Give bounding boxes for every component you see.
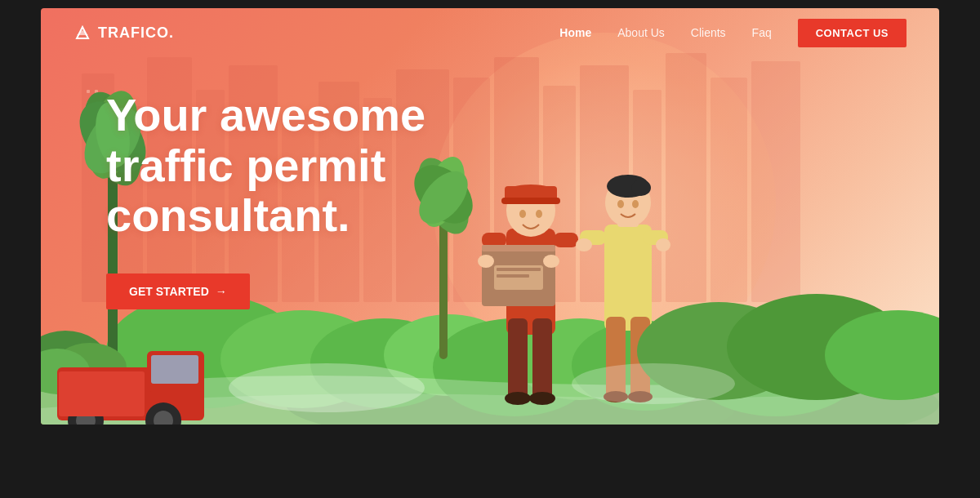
svg-rect-17 xyxy=(87,90,90,93)
svg-point-79 xyxy=(576,238,592,251)
arrow-icon: → xyxy=(216,285,227,298)
svg-point-73 xyxy=(632,200,639,208)
nav-about[interactable]: About Us xyxy=(617,26,665,39)
svg-rect-59 xyxy=(554,233,578,247)
svg-rect-61 xyxy=(482,245,555,251)
contact-button[interactable]: CONTACT US xyxy=(798,19,906,47)
brand-name: TRAFICO. xyxy=(98,24,174,42)
nav-home[interactable]: Home xyxy=(559,26,591,39)
logo-icon xyxy=(74,24,91,42)
svg-rect-89 xyxy=(151,355,198,384)
svg-point-66 xyxy=(543,255,559,268)
navbar: TRAFICO. Home About Us Clients Faq CONTA… xyxy=(41,8,939,57)
nav-links: Home About Us Clients Faq CONTACT US xyxy=(559,19,906,47)
svg-point-85 xyxy=(229,363,425,412)
svg-point-86 xyxy=(572,363,735,404)
svg-point-50 xyxy=(505,392,531,405)
logo-area: TRAFICO. xyxy=(74,24,174,42)
nav-clients[interactable]: Clients xyxy=(691,26,726,39)
hero-content: Your awesome traffic permit consultant. … xyxy=(106,90,482,309)
svg-rect-14 xyxy=(666,53,706,302)
svg-rect-64 xyxy=(497,274,529,278)
nav-faq[interactable]: Faq xyxy=(752,26,772,39)
svg-rect-15 xyxy=(710,78,747,302)
svg-point-57 xyxy=(536,210,542,218)
svg-point-56 xyxy=(519,210,526,218)
svg-rect-55 xyxy=(501,198,560,204)
hero-title: Your awesome traffic permit consultant. xyxy=(106,90,482,241)
svg-rect-48 xyxy=(508,318,528,400)
svg-rect-49 xyxy=(532,318,552,400)
svg-point-81 xyxy=(656,238,670,251)
svg-point-51 xyxy=(529,392,555,405)
get-started-button[interactable]: GET STARTED → xyxy=(106,273,250,309)
svg-rect-94 xyxy=(59,371,145,416)
get-started-label: GET STARTED xyxy=(129,285,209,298)
svg-point-72 xyxy=(617,200,624,208)
svg-rect-16 xyxy=(751,61,800,302)
svg-rect-63 xyxy=(497,268,541,271)
svg-point-71 xyxy=(631,180,651,196)
svg-marker-96 xyxy=(77,30,88,35)
